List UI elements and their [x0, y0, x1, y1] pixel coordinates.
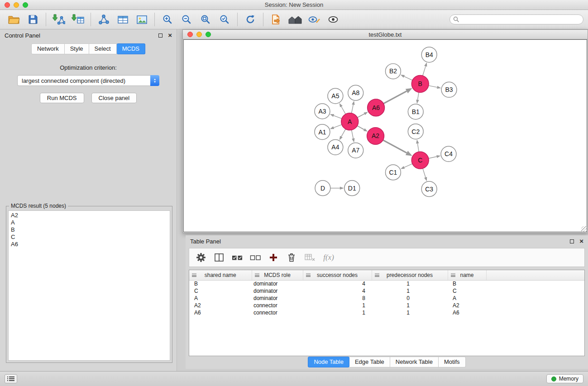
graph-edge-A-A4[interactable] — [341, 129, 345, 137]
close-panel-button[interactable]: Close panel — [91, 93, 137, 103]
graph-node-A4[interactable]: A4 — [328, 139, 343, 155]
graph-edge-A-A8[interactable] — [352, 105, 354, 113]
graph-node-D1[interactable]: D1 — [344, 181, 360, 196]
column-header-name[interactable]: name — [448, 270, 486, 280]
graph-edge-A-A2[interactable] — [357, 126, 364, 129]
home-button[interactable] — [286, 11, 305, 28]
result-item[interactable]: A6 — [11, 241, 167, 248]
tab-select[interactable]: Select — [89, 43, 117, 54]
close-panel-icon[interactable]: × — [168, 33, 172, 38]
graph-node-B[interactable]: B — [411, 75, 429, 92]
graph-edge-C-C3[interactable] — [423, 168, 425, 177]
export-image-button[interactable] — [132, 11, 151, 28]
graph-edge-A-A6[interactable] — [357, 114, 364, 118]
memory-button[interactable]: Memory — [546, 374, 583, 383]
first-neighbors-button[interactable] — [267, 11, 286, 28]
combo-stepper-icon[interactable]: ▲▼ — [150, 75, 159, 86]
tab-network-table[interactable]: Network Table — [390, 357, 439, 367]
graph-edge-B-B3[interactable] — [429, 86, 437, 87]
zoom-out-button[interactable] — [177, 11, 196, 28]
table-row[interactable]: A2connector11A2 — [189, 302, 584, 309]
graph-node-A6[interactable]: A6 — [368, 99, 385, 116]
zoom-in-button[interactable] — [158, 11, 177, 28]
table-settings-button[interactable] — [193, 250, 209, 265]
column-header-successor-nodes[interactable]: successor nodes — [303, 270, 372, 280]
show-hide-button[interactable] — [324, 11, 343, 28]
table-row[interactable]: Bdominator41B — [189, 280, 584, 287]
graph-node-B4[interactable]: B4 — [421, 47, 437, 62]
deselect-all-button[interactable] — [247, 250, 263, 265]
network-close-button[interactable] — [187, 32, 193, 37]
graph-node-C1[interactable]: C1 — [385, 165, 401, 180]
show-graphics-details-button[interactable] — [305, 11, 324, 28]
network-maximize-button[interactable] — [206, 32, 211, 37]
mcds-result-list[interactable]: A2ABCA6 — [8, 210, 170, 361]
search-input[interactable] — [449, 14, 583, 24]
tab-motifs[interactable]: Motifs — [439, 357, 466, 367]
float-panel-icon[interactable] — [158, 33, 163, 38]
graph-node-C4[interactable]: C4 — [441, 146, 456, 162]
network-graph[interactable]: B4B2BB3A8A5A6A3B1AA1C2A2A4A7C4CC1C3DD1 — [184, 40, 587, 232]
function-builder-button[interactable]: f(x) — [320, 250, 336, 265]
zoom-fit-button[interactable] — [196, 11, 215, 28]
import-table-button[interactable] — [68, 11, 87, 28]
zoom-selected-button[interactable] — [215, 11, 234, 28]
table-row[interactable]: A6connector11A6 — [189, 309, 584, 316]
graph-node-A1[interactable]: A1 — [315, 124, 330, 140]
graph-node-D[interactable]: D — [315, 181, 330, 196]
graph-edge-A-A3[interactable] — [334, 115, 342, 119]
graph-node-C3[interactable]: C3 — [421, 181, 437, 197]
graph-edge-C-C4[interactable] — [429, 157, 437, 158]
graph-node-A8[interactable]: A8 — [348, 85, 363, 100]
graph-edge-B-B2[interactable] — [404, 76, 412, 80]
column-header-MCDS-role[interactable]: MCDS role — [252, 270, 303, 280]
close-table-panel-icon[interactable]: × — [579, 238, 583, 244]
show-columns-button[interactable] — [211, 250, 227, 265]
tab-edge-table[interactable]: Edge Table — [349, 357, 390, 367]
graph-edge-C-C2[interactable] — [417, 143, 419, 152]
tab-network[interactable]: Network — [31, 43, 65, 54]
new-network-button[interactable] — [94, 11, 113, 28]
graph-edge-B-B4[interactable] — [423, 66, 425, 76]
graph-edge-A-A5[interactable] — [341, 106, 345, 114]
graph-node-A5[interactable]: A5 — [328, 88, 343, 104]
add-button[interactable] — [265, 250, 282, 265]
tab-mcds[interactable]: MCDS — [117, 43, 145, 54]
refresh-button[interactable] — [241, 11, 260, 28]
graph-edge-A-A7[interactable] — [352, 130, 354, 138]
result-item[interactable]: A2 — [11, 212, 167, 219]
select-all-button[interactable] — [229, 250, 245, 265]
run-mcds-button[interactable]: Run MCDS — [40, 93, 84, 103]
import-network-button[interactable] — [49, 11, 68, 28]
graph-node-C2[interactable]: C2 — [408, 124, 423, 139]
graph-node-B2[interactable]: B2 — [385, 64, 401, 79]
graph-edge-B-B1[interactable] — [418, 92, 419, 100]
graph-edge-A6-B[interactable] — [383, 91, 406, 104]
new-table-button[interactable] — [113, 11, 132, 28]
graph-edge-A-A1[interactable] — [334, 124, 342, 128]
graph-node-A7[interactable]: A7 — [348, 143, 363, 158]
float-table-panel-icon[interactable] — [570, 239, 574, 243]
graph-node-B1[interactable]: B1 — [408, 104, 423, 119]
open-session-button[interactable] — [5, 11, 24, 28]
graph-edge-A2-C[interactable] — [383, 140, 406, 153]
column-header-predecessor-nodes[interactable]: predecessor nodes — [372, 270, 448, 280]
optimization-criterion-select[interactable]: largest connected component (directed) ▲… — [17, 75, 159, 86]
graph-node-A[interactable]: A — [341, 113, 359, 130]
tab-node-table[interactable]: Node Table — [308, 357, 349, 367]
result-item[interactable]: A — [11, 219, 167, 226]
graph-edge-C-C1[interactable] — [404, 164, 412, 167]
graph-node-C[interactable]: C — [411, 152, 429, 169]
close-window-button[interactable] — [5, 2, 10, 8]
network-canvas[interactable]: B4B2BB3A8A5A6A3B1AA1C2A2A4A7C4CC1C3DD1 — [183, 39, 587, 232]
minimize-window-button[interactable] — [14, 2, 19, 8]
table-row[interactable]: Adominator80A — [189, 295, 584, 302]
column-header-shared-name[interactable]: shared name — [189, 270, 252, 280]
result-item[interactable]: B — [11, 226, 167, 234]
save-session-button[interactable] — [24, 11, 43, 28]
tab-style[interactable]: Style — [65, 43, 89, 54]
graph-node-A2[interactable]: A2 — [367, 128, 384, 145]
table-row[interactable]: Cdominator41C — [189, 287, 584, 295]
graph-node-A3[interactable]: A3 — [315, 104, 330, 119]
network-minimize-button[interactable] — [196, 32, 202, 37]
